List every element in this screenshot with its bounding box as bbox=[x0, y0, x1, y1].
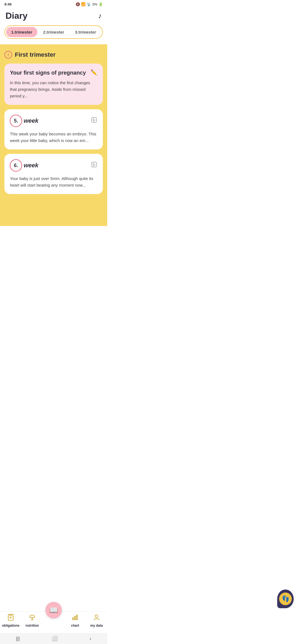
wifi-icon: 📶 bbox=[81, 2, 86, 6]
trimester-tabs-container: 1.trimester 2.trimester 3.trimester bbox=[0, 25, 107, 44]
first-signs-title: Your first signs of pregnancy bbox=[10, 69, 88, 76]
week6-edit-icon[interactable] bbox=[91, 161, 97, 170]
info-icon: i bbox=[4, 51, 12, 59]
status-time: 9:46 bbox=[4, 2, 12, 6]
page-title: Diary bbox=[6, 11, 28, 21]
week5-text: This week your baby becomes an embryo. T… bbox=[10, 131, 97, 144]
week5-header: 5. week bbox=[10, 115, 97, 127]
week5-label: week bbox=[24, 117, 38, 124]
section-title-text: First trimester bbox=[15, 51, 56, 58]
week5-number-circle: 5. bbox=[10, 115, 22, 127]
mute-icon: 🔇 bbox=[76, 2, 80, 6]
week6-card[interactable]: 6. week Your baby is just over 5mm. Alth… bbox=[4, 154, 103, 194]
signal-icon: 📡 bbox=[87, 2, 91, 6]
first-signs-card-header: Your first signs of pregnancy ✏️ bbox=[10, 69, 97, 76]
tab-trimester-3[interactable]: 3.trimester bbox=[70, 27, 101, 37]
week6-number-circle: 6. bbox=[10, 159, 22, 171]
main-content: i First trimester Your first signs of pr… bbox=[0, 44, 107, 226]
tab-trimester-2[interactable]: 2.trimester bbox=[38, 27, 69, 37]
week6-number: 6. bbox=[14, 163, 18, 168]
status-bar: 9:46 🔇 📶 📡 3% 🔋 bbox=[0, 0, 107, 7]
week6-text: Your baby is just over 5mm. Although qui… bbox=[10, 175, 97, 189]
first-signs-edit-icon[interactable]: ✏️ bbox=[90, 69, 97, 76]
battery-text: 3% bbox=[92, 2, 97, 6]
header: Diary ♪ bbox=[0, 7, 107, 25]
section-title-row: i First trimester bbox=[4, 51, 103, 59]
status-icons: 🔇 📶 📡 3% 🔋 bbox=[76, 2, 103, 6]
week5-number: 5. bbox=[14, 118, 18, 124]
music-icon[interactable]: ♪ bbox=[98, 12, 102, 20]
week5-badge: 5. week bbox=[10, 115, 38, 127]
tab-trimester-1[interactable]: 1.trimester bbox=[6, 27, 37, 37]
week5-card[interactable]: 5. week This week your baby becomes an e… bbox=[4, 109, 103, 149]
first-signs-card[interactable]: Your first signs of pregnancy ✏️ In this… bbox=[4, 64, 103, 105]
battery-icon: 🔋 bbox=[98, 2, 103, 6]
week6-badge: 6. week bbox=[10, 159, 38, 171]
week6-label: week bbox=[24, 162, 38, 169]
week6-header: 6. week bbox=[10, 159, 97, 171]
first-signs-text: In this time, you can notice the first c… bbox=[10, 80, 97, 99]
week5-edit-icon[interactable] bbox=[91, 117, 97, 125]
trimester-tabs: 1.trimester 2.trimester 3.trimester bbox=[4, 25, 103, 39]
